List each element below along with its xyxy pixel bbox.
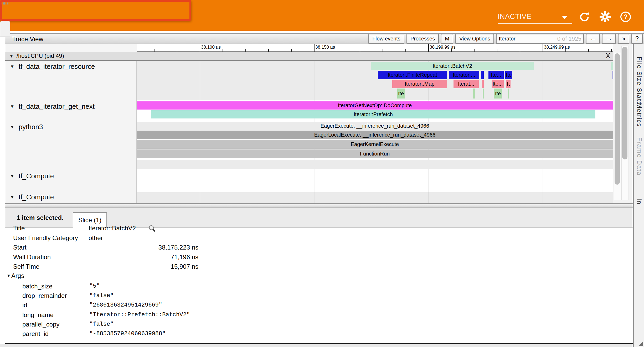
trace-event-ite[interactable]: Ite xyxy=(397,89,405,99)
trace-event[interactable] xyxy=(137,160,613,169)
ruler-minor-tick xyxy=(268,49,269,51)
button-m[interactable]: M xyxy=(441,34,453,44)
trace-event-iterator-map[interactable]: Iterator::Map xyxy=(392,80,447,88)
trace-event-ite[interactable]: Ite xyxy=(505,71,512,79)
trace-event[interactable] xyxy=(611,62,613,70)
trace-event-eagerkernelexecute[interactable]: EagerKernelExecute xyxy=(137,140,613,149)
ruler-minor-tick xyxy=(405,49,406,51)
ruler-tick-label: 38,150 µs xyxy=(315,45,335,50)
trace-event[interactable] xyxy=(481,71,484,79)
magnifier-icon[interactable] xyxy=(148,225,156,232)
caret-down-icon xyxy=(562,16,568,19)
button-processes[interactable]: Processes xyxy=(406,34,439,44)
details-panel: 1 item selected. Slice (1) xyxy=(5,208,633,343)
ruler-minor-tick xyxy=(611,49,612,51)
trace-event-iteratorgetnextop-docompute[interactable]: IteratorGetNextOp::DoCompute xyxy=(137,101,613,110)
trace-event-iterator[interactable]: Iterator:... xyxy=(449,71,479,79)
gear-icon[interactable] xyxy=(599,11,611,23)
button-prev-match[interactable]: ← xyxy=(586,34,600,44)
track-group-background xyxy=(137,169,613,192)
panel-splitter[interactable] xyxy=(5,203,633,208)
trace-event[interactable] xyxy=(483,89,484,99)
tool-sidebar xyxy=(633,44,644,347)
ruler-major-tick xyxy=(200,44,200,51)
trace-event-label: It xyxy=(507,81,510,87)
ruler-minor-tick xyxy=(245,49,246,51)
trace-event-label: EagerKernelExecute xyxy=(351,141,399,147)
ruler-minor-tick xyxy=(337,49,337,51)
ruler-minor-tick xyxy=(177,49,177,51)
ruler-left-spacer xyxy=(5,44,137,52)
trace-event-label: Ite... xyxy=(491,72,501,78)
ruler-minor-tick xyxy=(383,49,383,51)
process-name: /host:CPU (pid 49) xyxy=(17,53,64,59)
trace-event-label: Ite xyxy=(398,91,404,97)
process-header[interactable]: ▼ /host:CPU (pid 49) X xyxy=(5,52,613,61)
trace-event-eagerlocalexecute-inference-run-dataset-4966[interactable]: EagerLocalExecute: __inference_run_datas… xyxy=(137,131,613,139)
close-icon[interactable]: X xyxy=(606,52,610,60)
trace-event-ite[interactable]: Ite... xyxy=(488,71,504,79)
track-name-column xyxy=(5,61,137,203)
ruler-minor-tick xyxy=(565,49,566,51)
timeline-ruler[interactable]: 38,100 µs38,150 µs38,199.99 µs38,249.99 … xyxy=(137,44,613,52)
trace-event-ite[interactable]: Ite xyxy=(494,89,502,99)
svg-text:?: ? xyxy=(624,13,628,20)
trace-event-iterator-finiterepeat[interactable]: Iterator::FiniteRepeat xyxy=(378,71,447,79)
status-dropdown-value: INACTIVE xyxy=(498,13,532,20)
trace-event-label: Iterator:... xyxy=(453,72,475,78)
trace-event-ite[interactable]: Ite... xyxy=(492,80,504,88)
ruler-minor-tick xyxy=(588,49,589,51)
collapse-caret-icon[interactable]: ▼ xyxy=(9,54,13,58)
trace-event-label: Iterat... xyxy=(458,81,474,87)
trace-view-title: Trace View xyxy=(12,35,43,43)
search-match-counter: 0 of 1925 xyxy=(557,35,581,42)
trace-event-label: Iterator::Map xyxy=(405,81,434,87)
ruler-minor-tick xyxy=(291,49,292,51)
trace-view-toolbar: Trace View Flow eventsProcessesMView Opt… xyxy=(5,33,644,44)
trace-event[interactable] xyxy=(612,71,613,79)
search-input-value: Iterator xyxy=(499,36,515,42)
trace-event-iterat[interactable]: Iterat... xyxy=(454,80,479,88)
trace-event-label: IteratorGetNextOp::DoCompute xyxy=(338,102,412,108)
trace-event-label: Ite... xyxy=(493,81,503,87)
trace-event-label: EagerExecute: __inference_run_dataset_49… xyxy=(321,123,429,129)
trace-event-it[interactable]: It xyxy=(506,80,511,88)
trace-event-label: Iterator::BatchV2 xyxy=(432,63,472,69)
button-collapse-panel[interactable]: » xyxy=(618,34,629,44)
button-help[interactable]: ? xyxy=(631,34,643,44)
search-field[interactable]: Iterator0 of 1925 xyxy=(496,34,584,44)
ruler-major-tick xyxy=(314,44,315,51)
trace-event-functionrun[interactable]: FunctionRun xyxy=(137,149,613,158)
trace-event-label: EagerLocalExecute: __inference_run_datas… xyxy=(314,132,435,138)
button-flow-events[interactable]: Flow events xyxy=(368,34,404,44)
status-dropdown-underline xyxy=(498,23,572,24)
trace-event[interactable] xyxy=(482,80,484,88)
ruler-minor-tick xyxy=(223,49,223,51)
ruler-minor-tick xyxy=(497,49,497,51)
help-icon[interactable]: ? xyxy=(620,11,631,23)
trace-event-label: FunctionRun xyxy=(360,151,390,157)
trace-event[interactable] xyxy=(508,89,509,99)
ruler-major-tick xyxy=(428,44,429,51)
trace-event-label: Iterator::FiniteRepeat xyxy=(388,72,437,78)
trace-event-iterator-batchv2[interactable]: Iterator::BatchV2 xyxy=(371,62,534,70)
status-dropdown[interactable]: INACTIVE xyxy=(498,10,572,23)
scrollbar-thumb-2[interactable] xyxy=(622,47,627,159)
scrollbar-thumb-1[interactable] xyxy=(615,53,620,185)
button-view-options[interactable]: View Options xyxy=(455,34,494,44)
trace-event-label: Ite xyxy=(495,91,501,97)
ruler-tick-label: 38,100 µs xyxy=(201,45,221,50)
trace-event-iterator-prefetch[interactable]: Iterator::Prefetch xyxy=(151,110,595,118)
tab-slice[interactable]: Slice (1) xyxy=(73,212,107,228)
trace-event-label: Iterator::Prefetch xyxy=(354,111,393,117)
trace-event[interactable] xyxy=(473,89,475,99)
app-header-bar: INACTIVE ? xyxy=(0,0,644,31)
toolbar-buttons: Flow eventsProcessesMView OptionsIterato… xyxy=(368,34,643,44)
refresh-icon[interactable] xyxy=(579,11,590,23)
trace-event-eagerexecute-inference-run-dataset-4966[interactable]: EagerExecute: __inference_run_dataset_49… xyxy=(137,122,613,130)
button-next-match[interactable]: → xyxy=(602,34,616,44)
selection-summary: 1 item selected. xyxy=(17,208,64,227)
ruler-minor-tick xyxy=(520,49,520,51)
ruler-minor-tick xyxy=(154,49,154,51)
ruler-major-tick xyxy=(543,44,543,51)
